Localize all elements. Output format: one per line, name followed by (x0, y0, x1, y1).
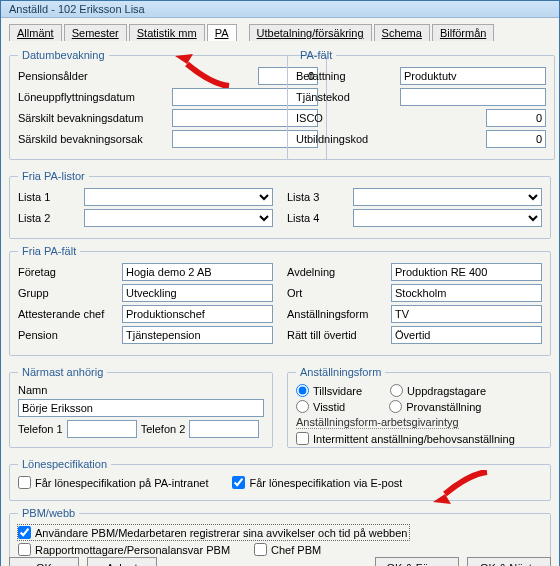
input-tel1[interactable] (67, 420, 137, 438)
employee-window: Anställd - 102 Eriksson Lisa Allmänt Sem… (0, 0, 560, 566)
tab-utbetalning-label: Utbetalning/försäkring (257, 27, 364, 39)
select-lista4[interactable] (353, 209, 542, 227)
tab-allmant[interactable]: Allmänt (9, 24, 62, 41)
radio-tillsvidare-label: Tillsvidare (313, 385, 362, 397)
input-utbildningskod[interactable] (486, 130, 546, 148)
label-lista1: Lista 1 (18, 191, 80, 203)
group-pafalt: PA-fält Befattning Tjänstekod ISCO (287, 49, 555, 160)
tab-pa[interactable]: PA (207, 24, 237, 41)
label-tjanstekod: Tjänstekod (296, 91, 396, 103)
button-bar: OK Avbryt OK & Föreg. OK & Nästa (9, 557, 551, 566)
tab-schema[interactable]: Schema (374, 24, 430, 41)
tab-schema-label: Schema (382, 27, 422, 39)
check-intranet[interactable]: Får lönespecifikation på PA-intranet (18, 476, 208, 489)
input-avdelning[interactable] (391, 263, 542, 281)
radio-visstid[interactable]: Visstid (296, 400, 345, 413)
label-pension: Pension (18, 329, 118, 341)
input-grupp[interactable] (122, 284, 273, 302)
ok-prev-button-label: OK & Föreg. (386, 562, 447, 566)
label-namn: Namn (18, 384, 80, 396)
legend-anstform: Anställningsform (296, 366, 385, 378)
input-namn[interactable] (18, 399, 264, 417)
check-intranet-label: Får lönespecifikation på PA-intranet (35, 477, 208, 489)
radio-visstid-label: Visstid (313, 401, 345, 413)
label-sarskilt: Särskilt bevakningsdatum (18, 112, 168, 124)
label-befattning: Befattning (296, 70, 396, 82)
input-attchef[interactable] (122, 305, 273, 323)
tab-semester[interactable]: Semester (64, 24, 127, 41)
tab-statistik-label: Statistik mm (137, 27, 197, 39)
select-lista3[interactable] (353, 188, 542, 206)
label-tel1: Telefon 1 (18, 423, 63, 435)
label-loneupp: Löneuppflyttningsdatum (18, 91, 168, 103)
window-title: Anställd - 102 Eriksson Lisa (1, 1, 559, 18)
ok-next-button[interactable]: OK & Nästa (467, 557, 551, 566)
link-intyg[interactable]: Anställningsform-arbetsgivarintyg (296, 416, 459, 429)
tab-pa-label: PA (215, 27, 229, 39)
ok-button-label: OK (36, 562, 52, 566)
tab-allmant-label: Allmänt (17, 27, 54, 39)
group-datumbevakning: Datumbevakning Pensionsålder Löneuppflyt… (9, 49, 327, 160)
legend-narmast: Närmast anhörig (18, 366, 107, 378)
label-lista2: Lista 2 (18, 212, 80, 224)
radio-provan-label: Provanställning (406, 401, 481, 413)
check-intermittent[interactable]: Intermittent anställning/behovsanställni… (296, 432, 515, 445)
label-utbildningskod: Utbildningskod (296, 133, 396, 145)
label-attchef: Attesterande chef (18, 308, 118, 320)
label-ratt: Rätt till övertid (287, 329, 387, 341)
check-epost-label: Får lönespecifikation via E-post (249, 477, 402, 489)
label-ort: Ort (287, 287, 387, 299)
label-lista4: Lista 4 (287, 212, 349, 224)
ok-next-button-label: OK & Nästa (480, 562, 538, 566)
check-intermittent-label: Intermittent anställning/behovsanställni… (313, 433, 515, 445)
ok-prev-button[interactable]: OK & Föreg. (375, 557, 459, 566)
tab-bilforman[interactable]: Bilförmån (432, 24, 494, 41)
label-pensionsalder: Pensionsålder (18, 70, 138, 82)
label-grupp: Grupp (18, 287, 118, 299)
label-tel2: Telefon 2 (141, 423, 186, 435)
legend-datumbevakning: Datumbevakning (18, 49, 109, 61)
check-pbm-chef-label: Chef PBM (271, 544, 321, 556)
legend-pbm: PBM/webb (18, 507, 79, 519)
group-narmast: Närmast anhörig Namn Telefon 1 Telefon 2 (9, 366, 273, 448)
select-lista2[interactable] (84, 209, 273, 227)
check-pbm-anvandare[interactable]: Användare PBM/Medarbetaren registrerar s… (18, 525, 409, 540)
input-befattning[interactable] (400, 67, 546, 85)
cancel-button[interactable]: Avbryt (87, 557, 157, 566)
label-lista3: Lista 3 (287, 191, 349, 203)
input-foretag[interactable] (122, 263, 273, 281)
cancel-button-label: Avbryt (107, 562, 138, 566)
client-area: Allmänt Semester Statistik mm PA Utbetal… (1, 18, 559, 566)
group-fria-listor: Fria PA-listor Lista 1 Lista 2 Lista 3 L… (9, 170, 551, 239)
tab-utbetalning[interactable]: Utbetalning/försäkring (249, 24, 372, 41)
check-pbm-chef[interactable]: Chef PBM (254, 543, 321, 556)
check-pbm-rapport[interactable]: Rapportmottagare/Personalansvar PBM (18, 543, 230, 556)
input-ratt[interactable] (391, 326, 542, 344)
input-isco[interactable] (486, 109, 546, 127)
ok-button[interactable]: OK (9, 557, 79, 566)
input-tjanstekod[interactable] (400, 88, 546, 106)
tab-bilforman-label: Bilförmån (440, 27, 486, 39)
tab-statistik[interactable]: Statistik mm (129, 24, 205, 41)
input-pension[interactable] (122, 326, 273, 344)
label-isco: ISCO (296, 112, 396, 124)
check-epost[interactable]: Får lönespecifikation via E-post (232, 476, 402, 489)
tab-strip: Allmänt Semester Statistik mm PA Utbetal… (9, 24, 551, 41)
legend-pafalt: PA-fält (296, 49, 336, 61)
select-lista1[interactable] (84, 188, 273, 206)
radio-uppdrag[interactable]: Uppdragstagare (390, 384, 486, 397)
legend-fria-listor: Fria PA-listor (18, 170, 89, 182)
check-pbm-rapport-label: Rapportmottagare/Personalansvar PBM (35, 544, 230, 556)
input-tel2[interactable] (189, 420, 259, 438)
legend-fria-falt: Fria PA-fält (18, 245, 80, 257)
radio-provan[interactable]: Provanställning (389, 400, 481, 413)
label-sarskild-orsak: Särskild bevakningsorsak (18, 133, 168, 145)
input-anstform[interactable] (391, 305, 542, 323)
radio-tillsvidare[interactable]: Tillsvidare (296, 384, 362, 397)
input-ort[interactable] (391, 284, 542, 302)
label-foretag: Företag (18, 266, 118, 278)
label-avdelning: Avdelning (287, 266, 387, 278)
group-lonespec: Lönespecifikation Får lönespecifikation … (9, 458, 551, 501)
group-fria-falt: Fria PA-fält Företag Grupp Attesterande … (9, 245, 551, 356)
check-pbm-anvandare-label: Användare PBM/Medarbetaren registrerar s… (35, 527, 407, 539)
